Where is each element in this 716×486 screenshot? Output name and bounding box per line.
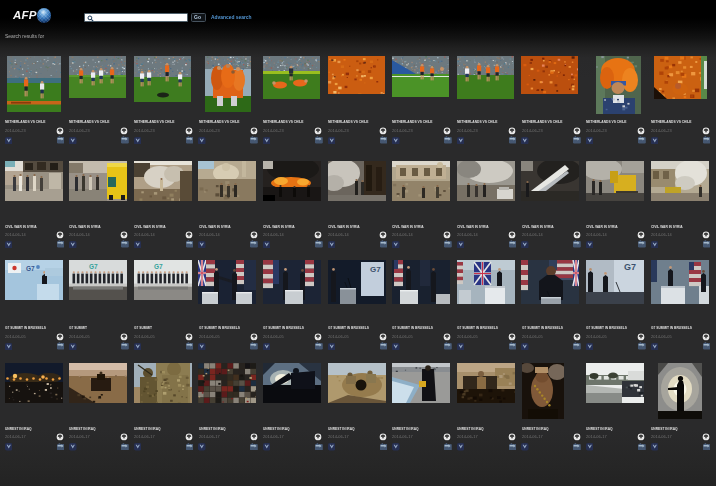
svg-text:G7: G7 (26, 265, 35, 272)
svg-text:G7: G7 (370, 265, 381, 274)
svg-text:G7: G7 (624, 262, 636, 272)
svg-text:G7: G7 (154, 263, 163, 270)
svg-text:G7: G7 (89, 263, 98, 270)
